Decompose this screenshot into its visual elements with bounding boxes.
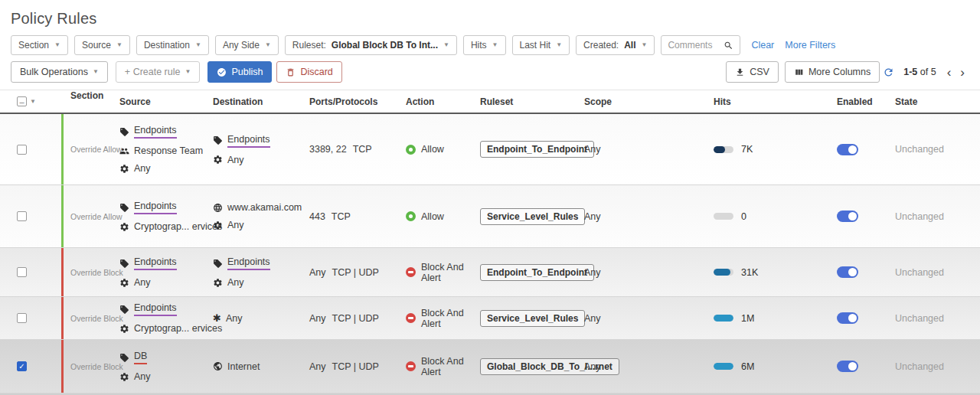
- table-row-selected[interactable]: Override Block DB Any Internet AnyTCP | …: [0, 340, 980, 393]
- header-source: Source: [119, 96, 213, 107]
- ruleset-link[interactable]: Service_Level_Rules: [480, 208, 585, 225]
- destination-entity[interactable]: Endpoints: [213, 256, 270, 270]
- header-enabled: Enabled: [831, 96, 886, 107]
- source-entity[interactable]: Cryptograp... ervices: [119, 221, 222, 232]
- action-cell: Block And Alert: [406, 262, 480, 283]
- source-entity[interactable]: Any: [119, 277, 151, 288]
- more-columns-button[interactable]: More Columns: [785, 61, 880, 83]
- ruleset-link[interactable]: Endpoint_To_Endpoint: [480, 264, 594, 281]
- table-row[interactable]: Override Block Endpoints Cryptograp... e…: [0, 297, 980, 340]
- state-cell: Unchanged: [886, 144, 980, 155]
- filter-any-side[interactable]: Any Side▼: [215, 35, 279, 55]
- csv-button[interactable]: CSV: [726, 61, 779, 83]
- prev-page-button[interactable]: ‹: [942, 66, 956, 79]
- header-scope: Scope: [578, 96, 704, 107]
- discard-button[interactable]: Discard: [276, 61, 341, 83]
- row-checkbox-checked[interactable]: [17, 361, 27, 371]
- create-rule-button[interactable]: + Create rule▼: [116, 61, 201, 83]
- chevron-down-icon[interactable]: ▼: [30, 99, 36, 105]
- check-circle-icon: [217, 67, 227, 77]
- block-icon: [406, 313, 416, 323]
- source-entity[interactable]: Endpoints: [119, 302, 177, 316]
- comments-search[interactable]: [661, 35, 740, 55]
- select-all-checkbox[interactable]: [17, 96, 27, 106]
- caret-down-icon: ▼: [641, 42, 647, 48]
- clear-filters-link[interactable]: Clear: [751, 40, 774, 51]
- source-entity[interactable]: Endpoints: [119, 256, 177, 270]
- source-entity[interactable]: Response Team: [119, 145, 203, 156]
- hits-cell: 1M: [704, 313, 831, 324]
- caret-down-icon: ▼: [443, 42, 449, 48]
- gear-icon: [213, 278, 223, 288]
- entity-label: Any: [226, 313, 243, 324]
- enabled-toggle[interactable]: [837, 211, 858, 222]
- row-checkbox[interactable]: [17, 211, 27, 221]
- section-color-bar: [61, 248, 64, 296]
- destination-entity[interactable]: Endpoints: [213, 134, 270, 148]
- enabled-toggle[interactable]: [837, 144, 858, 155]
- source-entity[interactable]: Any: [119, 371, 151, 382]
- table-row[interactable]: Override Block Endpoints Any Endpoints A…: [0, 248, 980, 297]
- publish-button[interactable]: Publish: [207, 61, 272, 83]
- filter-destination[interactable]: Destination▼: [136, 35, 209, 55]
- header-section: Section: [70, 90, 103, 101]
- source-entity[interactable]: Endpoints: [119, 125, 177, 139]
- table-row[interactable]: Override Allow Endpoints Cryptograp... e…: [0, 185, 980, 248]
- section-color-bar: [61, 297, 64, 339]
- filter-created[interactable]: Created:All▼: [576, 35, 655, 55]
- action-cell: Allow: [406, 144, 480, 155]
- entity-label: Endpoints: [134, 125, 177, 139]
- gear-icon: [213, 220, 223, 230]
- row-checkbox[interactable]: [17, 267, 27, 277]
- scope-cell: Any: [578, 313, 704, 324]
- source-entity[interactable]: Endpoints: [119, 201, 177, 214]
- filter-last-hit[interactable]: Last Hit▼: [512, 35, 570, 55]
- destination-entity[interactable]: Any: [213, 155, 244, 165]
- comments-search-input[interactable]: [668, 40, 723, 51]
- entity-label: Endpoints: [134, 256, 177, 270]
- destination-entity[interactable]: Any: [213, 277, 244, 288]
- ruleset-link[interactable]: Service_Level_Rules: [480, 310, 585, 327]
- filter-source[interactable]: Source▼: [74, 35, 130, 55]
- enabled-toggle[interactable]: [837, 312, 858, 324]
- ports-cell: 3389, 22TCP: [309, 144, 406, 155]
- hits-bar: [714, 146, 733, 153]
- more-filters-link[interactable]: More Filters: [785, 40, 835, 51]
- hits-bar: [714, 269, 733, 276]
- filter-section[interactable]: Section▼: [11, 35, 68, 55]
- destination-entity[interactable]: ✱Any: [213, 313, 242, 324]
- bulk-operations-button[interactable]: Bulk Operations▼: [11, 61, 108, 83]
- source-entity[interactable]: Cryptograp... ervices: [119, 323, 222, 334]
- ruleset-link[interactable]: Endpoint_To_Endpoint: [480, 141, 594, 158]
- refresh-icon: [883, 67, 894, 78]
- enabled-toggle[interactable]: [837, 266, 858, 278]
- scope-cell: Any: [578, 267, 704, 278]
- caret-down-icon: ▼: [195, 42, 201, 48]
- table-row[interactable]: Override Allow Endpoints Response Team A…: [0, 114, 980, 185]
- destination-entity[interactable]: www.akamai.com: [213, 202, 302, 213]
- destination-entity[interactable]: Internet: [213, 361, 260, 372]
- entity-label: Any: [227, 277, 244, 288]
- block-icon: [406, 267, 416, 277]
- ports-cell: AnyTCP | UDP: [309, 313, 406, 324]
- hits-cell: 6M: [704, 361, 831, 372]
- row-checkbox[interactable]: [17, 145, 27, 155]
- next-page-button[interactable]: ›: [956, 66, 969, 79]
- table-header: ▼ Section Source Destination Ports/Proto…: [0, 90, 980, 114]
- header-hits: Hits: [704, 96, 831, 107]
- filter-ruleset[interactable]: Ruleset:Global Block DB To Int...▼: [285, 35, 457, 55]
- caret-down-icon: ▼: [54, 42, 60, 48]
- refresh-button[interactable]: [883, 67, 894, 78]
- enabled-toggle[interactable]: [837, 361, 858, 372]
- gear-icon: [213, 155, 223, 165]
- entity-label: Cryptograp... ervices: [134, 221, 222, 232]
- state-cell: Unchanged: [886, 211, 980, 222]
- filter-hits[interactable]: Hits▼: [463, 35, 506, 55]
- destination-entity[interactable]: Any: [213, 220, 244, 230]
- source-entity[interactable]: DB: [119, 351, 147, 364]
- entity-label: Internet: [227, 361, 260, 372]
- section-color-bar: [61, 340, 64, 393]
- entity-label: Endpoints: [134, 302, 177, 316]
- row-checkbox[interactable]: [17, 313, 27, 323]
- source-entity[interactable]: Any: [119, 163, 151, 174]
